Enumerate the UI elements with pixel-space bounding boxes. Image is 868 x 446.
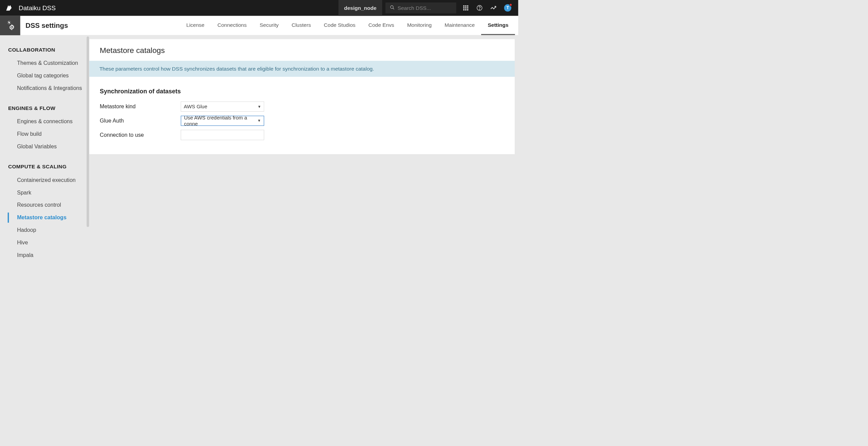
activity-icon[interactable]: [490, 5, 496, 11]
sidebar-item-global-tag-categories[interactable]: Global tag categories: [0, 70, 89, 82]
sidebar-item-engines-connections[interactable]: Engines & connections: [0, 115, 89, 128]
settings-panel: Metastore catalogs These parameters cont…: [89, 39, 515, 154]
svg-point-12: [479, 9, 480, 10]
dataiku-logo-icon[interactable]: [5, 4, 13, 12]
topbar: Dataiku DSS design_node T: [0, 0, 518, 16]
select-metastore-kind[interactable]: AWS Glue ▼: [181, 101, 264, 112]
label-metastore-kind: Metastore kind: [100, 104, 181, 110]
settings-gears-icon[interactable]: [0, 16, 20, 35]
sidebar-item-resources-control[interactable]: Resources control: [0, 199, 89, 211]
side-header: ENGINES & FLOW: [0, 102, 89, 115]
app-title: Dataiku DSS: [19, 4, 56, 12]
tab-connections[interactable]: Connections: [211, 16, 253, 35]
sidebar-item-hadoop[interactable]: Hadoop: [0, 224, 89, 237]
label-glue-auth: Glue Auth: [100, 118, 181, 124]
row-glue-auth: Glue Auth Use AWS credentials from a con…: [89, 114, 515, 128]
side-header: COLLABORATION: [0, 43, 89, 57]
chevron-down-icon: ▼: [257, 119, 261, 123]
avatar-initial: T: [507, 5, 509, 10]
svg-point-0: [391, 6, 393, 8]
sidebar-item-metastore-catalogs[interactable]: Metastore catalogs: [0, 211, 89, 224]
sidebar-item-themes-customization[interactable]: Themes & Customization: [0, 57, 89, 70]
svg-rect-3: [465, 5, 467, 7]
side-header: COMPUTE & SCALING: [0, 160, 89, 174]
search-icon: [390, 5, 395, 11]
page-title: DSS settings: [20, 21, 68, 29]
chevron-down-icon: ▼: [257, 105, 261, 109]
sidebar-scrollbar[interactable]: [87, 36, 89, 227]
search-box[interactable]: [386, 2, 456, 13]
tab-code-studios[interactable]: Code Studios: [317, 16, 362, 35]
tab-security[interactable]: Security: [253, 16, 285, 35]
user-avatar[interactable]: T: [504, 4, 511, 12]
svg-rect-2: [463, 5, 465, 7]
select-glue-auth[interactable]: Use AWS credentials from a conne ▼: [181, 116, 264, 126]
sidebar-item-notifications-integrations[interactable]: Notifications & Integrations: [0, 82, 89, 95]
sidebar-item-containerized-execution[interactable]: Containerized execution: [0, 174, 89, 186]
sidebar-item-global-variables[interactable]: Global Variables: [0, 141, 89, 153]
svg-rect-5: [463, 7, 465, 8]
tab-monitoring[interactable]: Monitoring: [401, 16, 438, 35]
help-icon[interactable]: [476, 5, 482, 11]
select-value: AWS Glue: [184, 104, 207, 109]
apps-grid-icon[interactable]: [463, 5, 469, 11]
node-label[interactable]: design_node: [338, 0, 382, 16]
svg-rect-9: [465, 9, 467, 11]
section-title: Synchronization of datasets: [89, 77, 515, 99]
svg-rect-6: [465, 7, 467, 8]
input-connection[interactable]: [181, 130, 264, 140]
content: Metastore catalogs These parameters cont…: [89, 35, 518, 266]
row-metastore-kind: Metastore kind AWS Glue ▼: [89, 99, 515, 114]
svg-point-14: [11, 26, 13, 28]
tab-clusters[interactable]: Clusters: [285, 16, 317, 35]
tab-code-envs[interactable]: Code Envs: [362, 16, 400, 35]
sidebar-item-flow-build[interactable]: Flow build: [0, 128, 89, 141]
sidebar: COLLABORATIONThemes & CustomizationGloba…: [0, 35, 89, 266]
main: COLLABORATIONThemes & CustomizationGloba…: [0, 35, 518, 266]
label-connection: Connection to use: [100, 132, 181, 138]
sidebar-item-spark[interactable]: Spark: [0, 186, 89, 199]
sidebar-item-impala[interactable]: Impala: [0, 249, 89, 261]
notification-dot-icon: [509, 3, 512, 6]
select-value: Use AWS credentials from a conne: [184, 115, 261, 127]
svg-rect-8: [463, 9, 465, 11]
tab-settings[interactable]: Settings: [481, 16, 515, 35]
search-input[interactable]: [398, 5, 452, 11]
row-connection: Connection to use: [89, 128, 515, 142]
svg-rect-4: [467, 5, 468, 7]
sidebar-item-hive[interactable]: Hive: [0, 237, 89, 249]
info-banner: These parameters control how DSS synchro…: [89, 61, 515, 77]
panel-title: Metastore catalogs: [89, 39, 515, 61]
svg-rect-7: [467, 7, 468, 8]
tab-maintenance[interactable]: Maintenance: [438, 16, 481, 35]
secondbar: DSS settings LicenseConnectionsSecurityC…: [0, 16, 518, 35]
svg-rect-10: [467, 9, 468, 11]
tab-license[interactable]: License: [180, 16, 211, 35]
settings-tabs: LicenseConnectionsSecurityClustersCode S…: [180, 16, 518, 35]
svg-line-1: [393, 8, 394, 10]
